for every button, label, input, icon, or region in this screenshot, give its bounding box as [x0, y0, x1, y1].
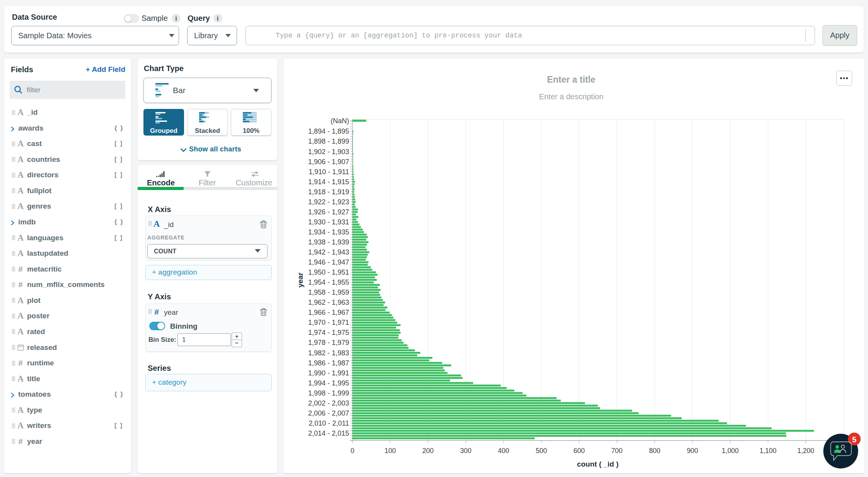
svg-text:300: 300: [460, 447, 471, 455]
svg-text:1,000: 1,000: [722, 447, 739, 455]
svg-text:1,910 - 1,911: 1,910 - 1,911: [309, 168, 349, 176]
svg-text:1,200: 1,200: [797, 447, 814, 455]
svg-text:1,906 - 1,907: 1,906 - 1,907: [308, 158, 349, 166]
svg-text:1,934 - 1,935: 1,934 - 1,935: [308, 228, 349, 236]
svg-text:100: 100: [385, 447, 396, 455]
svg-text:1,926 - 1,927: 1,926 - 1,927: [308, 208, 349, 216]
svg-text:1,990 - 1,991: 1,990 - 1,991: [308, 369, 349, 377]
svg-text:1,930 - 1,931: 1,930 - 1,931: [308, 218, 349, 226]
svg-text:1,998 - 1,999: 1,998 - 1,999: [308, 389, 349, 397]
svg-text:500: 500: [535, 447, 547, 455]
svg-text:1,970 - 1,971: 1,970 - 1,971: [308, 319, 349, 326]
svg-text:1,946 - 1,947: 1,946 - 1,947: [308, 258, 349, 266]
svg-text:1,994 - 1,995: 1,994 - 1,995: [308, 379, 349, 387]
svg-text:700: 700: [611, 447, 622, 455]
svg-text:200: 200: [422, 447, 433, 455]
svg-text:400: 400: [498, 447, 509, 455]
svg-text:900: 900: [687, 447, 698, 455]
svg-text:1,922 - 1,923: 1,922 - 1,923: [308, 198, 349, 206]
svg-text:1,914 - 1,915: 1,914 - 1,915: [308, 178, 349, 186]
svg-text:1,898 - 1,899: 1,898 - 1,899: [308, 137, 349, 145]
svg-text:1,950 - 1,951: 1,950 - 1,951: [308, 268, 349, 276]
svg-text:1,954 - 1,955: 1,954 - 1,955: [308, 278, 349, 286]
svg-text:(NaN): (NaN): [331, 117, 349, 125]
svg-text:1,974 - 1,975: 1,974 - 1,975: [308, 329, 349, 336]
svg-text:1,978 - 1,979: 1,978 - 1,979: [308, 339, 349, 346]
svg-text:count ( _id ): count ( _id ): [577, 460, 619, 468]
svg-text:2,006 - 2,007: 2,006 - 2,007: [308, 409, 349, 417]
svg-text:1,986 - 1,987: 1,986 - 1,987: [308, 359, 349, 367]
svg-text:1,942 - 1,943: 1,942 - 1,943: [308, 248, 349, 256]
svg-text:2,014 - 2,015: 2,014 - 2,015: [308, 429, 349, 437]
svg-text:1,958 - 1,959: 1,958 - 1,959: [308, 289, 349, 296]
svg-text:1,902 - 1,903: 1,902 - 1,903: [308, 148, 349, 156]
svg-text:1,918 - 1,919: 1,918 - 1,919: [308, 188, 349, 196]
svg-text:600: 600: [573, 447, 585, 455]
svg-text:1,962 - 1,963: 1,962 - 1,963: [308, 299, 349, 306]
svg-text:0: 0: [351, 447, 355, 455]
svg-text:800: 800: [649, 447, 660, 455]
svg-text:year: year: [296, 272, 304, 288]
svg-text:1,938 - 1,939: 1,938 - 1,939: [308, 238, 349, 246]
svg-text:1,966 - 1,967: 1,966 - 1,967: [308, 309, 349, 316]
svg-text:1,100: 1,100: [760, 447, 777, 455]
svg-text:5: 5: [852, 435, 856, 444]
svg-text:1,982 - 1,983: 1,982 - 1,983: [308, 349, 349, 357]
svg-text:1,894 - 1,895: 1,894 - 1,895: [308, 127, 349, 135]
svg-text:2,002 - 2,003: 2,002 - 2,003: [308, 399, 349, 407]
svg-text:2,010 - 2,011: 2,010 - 2,011: [309, 419, 349, 427]
